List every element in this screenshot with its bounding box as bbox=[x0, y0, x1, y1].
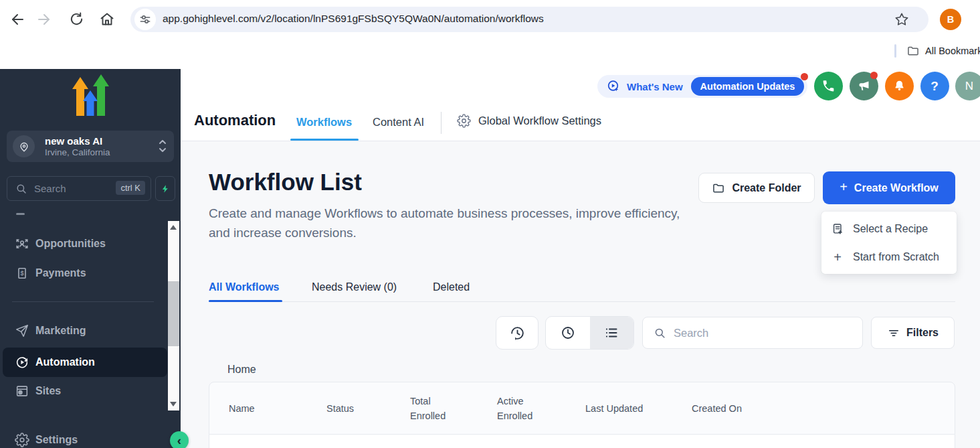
scroll-up-arrow[interactable] bbox=[170, 225, 177, 230]
plus-icon: + bbox=[840, 179, 848, 195]
sidebar-search-input[interactable] bbox=[33, 177, 118, 200]
workflow-list-page: Workflow List Create and manage Workflow… bbox=[181, 141, 980, 448]
sidebar-scrollbar[interactable] bbox=[168, 221, 179, 410]
whats-new-icon bbox=[606, 79, 621, 94]
collapse-chevron-icon: ‹ bbox=[177, 433, 181, 448]
payments-icon: $ bbox=[15, 266, 29, 281]
browser-chrome: app.gohighlevel.com/v2/location/lnPS691g… bbox=[0, 0, 980, 38]
phone-button[interactable] bbox=[814, 72, 843, 100]
menu-item-select-recipe[interactable]: Select a Recipe bbox=[821, 215, 957, 243]
enrollment-history-button[interactable] bbox=[496, 316, 538, 350]
automation-updates-badge[interactable]: Automation Updates bbox=[691, 77, 805, 96]
url-bar[interactable]: app.gohighlevel.com/v2/location/lnPS691g… bbox=[130, 7, 928, 32]
home-icon[interactable] bbox=[99, 11, 115, 27]
tab-content-ai[interactable]: Content AI bbox=[373, 116, 424, 129]
time-view-segment[interactable] bbox=[546, 317, 590, 349]
marketing-icon bbox=[15, 323, 29, 338]
bell-icon bbox=[892, 79, 906, 93]
settings-gear-icon bbox=[15, 433, 29, 447]
location-pin-icon bbox=[13, 135, 35, 157]
column-header-total-enrolled[interactable]: Total Enrolled bbox=[410, 394, 497, 423]
list-view-segment[interactable] bbox=[590, 317, 634, 349]
notifications-button[interactable] bbox=[885, 72, 914, 100]
all-bookmarks-label[interactable]: All Bookmarks bbox=[925, 46, 980, 56]
browser-profile-avatar[interactable]: B bbox=[940, 9, 961, 30]
header-divider bbox=[441, 112, 442, 134]
bookmark-star-icon[interactable] bbox=[894, 11, 910, 27]
column-header-name[interactable]: Name bbox=[209, 401, 326, 416]
back-icon[interactable] bbox=[9, 11, 25, 27]
help-button[interactable]: ? bbox=[920, 72, 949, 100]
sidebar: new oaks AI Irvine, California ctrl K Op… bbox=[0, 69, 181, 448]
quick-actions-button[interactable] bbox=[155, 176, 175, 201]
announcements-button[interactable] bbox=[850, 72, 878, 100]
chevron-up-down-icon bbox=[157, 136, 168, 156]
table-header-row: Name Status Total Enrolled Active Enroll… bbox=[209, 382, 955, 435]
location-city: Irvine, California bbox=[45, 147, 110, 157]
create-folder-button[interactable]: Create Folder bbox=[698, 173, 815, 203]
list-icon bbox=[603, 325, 619, 341]
tab-all-workflows[interactable]: All Workflows bbox=[209, 281, 280, 293]
sites-icon bbox=[15, 384, 29, 398]
column-header-active-enrolled[interactable]: Active Enrolled bbox=[497, 394, 585, 423]
bookmarks-divider bbox=[894, 44, 896, 58]
page-section-title: Automation bbox=[194, 112, 276, 129]
main-header: What's New Automation Updates ? N Automa… bbox=[181, 64, 980, 141]
tab-needs-review[interactable]: Needs Review (0) bbox=[312, 281, 397, 293]
forward-icon[interactable] bbox=[36, 11, 52, 27]
column-header-status[interactable]: Status bbox=[326, 401, 410, 416]
sidebar-search[interactable]: ctrl K bbox=[7, 176, 151, 201]
phone-icon bbox=[821, 79, 836, 93]
tab-workflows[interactable]: Workflows bbox=[296, 116, 352, 129]
column-header-created-on[interactable]: Created On bbox=[692, 401, 955, 416]
sidebar-item-payments[interactable]: $ Payments bbox=[0, 258, 167, 288]
view-toggle bbox=[545, 316, 634, 350]
workflow-search[interactable] bbox=[642, 317, 863, 349]
menu-item-start-from-scratch[interactable]: + Start from Scratch bbox=[821, 243, 957, 271]
sidebar-item-sites[interactable]: Sites bbox=[0, 376, 167, 406]
sidebar-item-marketing[interactable]: Marketing bbox=[0, 316, 167, 346]
whats-new-pill[interactable]: What's New Automation Updates bbox=[597, 75, 807, 98]
workflow-table: Name Status Total Enrolled Active Enroll… bbox=[209, 382, 955, 448]
sidebar-item-settings[interactable]: Settings bbox=[0, 425, 167, 448]
active-tab-underline bbox=[209, 300, 282, 302]
global-workflow-settings-link[interactable]: Global Workflow Settings bbox=[457, 114, 601, 128]
user-avatar[interactable]: N bbox=[955, 72, 980, 100]
gear-icon bbox=[457, 114, 471, 128]
recipe-document-icon bbox=[831, 222, 844, 236]
gohighlevel-logo-icon bbox=[71, 74, 110, 117]
tabs-divider bbox=[209, 301, 955, 302]
site-settings-icon[interactable] bbox=[134, 9, 156, 30]
column-header-last-updated[interactable]: Last Updated bbox=[585, 401, 692, 416]
notification-dot bbox=[870, 72, 878, 79]
filter-icon bbox=[887, 326, 900, 340]
search-icon bbox=[15, 183, 27, 195]
sidebar-item-automation[interactable]: Automation bbox=[3, 348, 167, 377]
folder-icon bbox=[712, 181, 725, 195]
filters-button[interactable]: Filters bbox=[871, 317, 955, 349]
bookmarks-folder-icon bbox=[906, 44, 920, 58]
tab-deleted[interactable]: Deleted bbox=[433, 281, 470, 293]
reload-icon[interactable] bbox=[69, 11, 85, 27]
location-name: new oaks AI bbox=[45, 135, 102, 147]
location-switcher[interactable]: new oaks AI Irvine, California bbox=[7, 131, 174, 162]
url-text: app.gohighlevel.com/v2/location/lnPS691g… bbox=[163, 13, 544, 25]
scroll-down-arrow[interactable] bbox=[170, 402, 177, 406]
workflow-search-input[interactable] bbox=[672, 317, 853, 348]
scrolled-item-fragment bbox=[16, 213, 25, 215]
page-description: Create and manage Workflows to automate … bbox=[209, 204, 684, 242]
table-body bbox=[209, 435, 955, 448]
page-title: Workflow List bbox=[209, 169, 362, 196]
breadcrumb-home[interactable]: Home bbox=[227, 364, 256, 376]
question-mark-icon: ? bbox=[930, 79, 939, 94]
scrollbar-thumb[interactable] bbox=[168, 281, 179, 346]
sidebar-item-opportunities[interactable]: Opportunities bbox=[0, 229, 167, 258]
clock-icon bbox=[560, 325, 576, 341]
bookmarks-bar: All Bookmarks bbox=[0, 38, 980, 64]
sidebar-collapse-button[interactable]: ‹ bbox=[170, 431, 189, 448]
sidebar-divider bbox=[12, 301, 154, 302]
create-workflow-button[interactable]: + Create Workflow bbox=[823, 171, 955, 204]
megaphone-icon bbox=[857, 79, 871, 93]
history-clock-icon bbox=[509, 325, 526, 342]
active-tab-underline bbox=[290, 139, 359, 141]
